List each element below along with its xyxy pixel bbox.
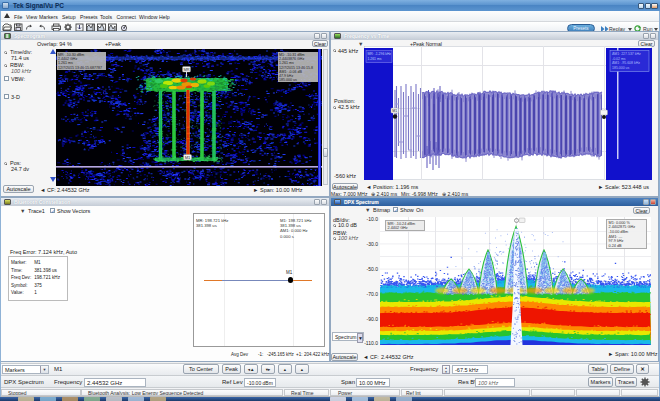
svg-text:ΔM1: -95.608 kHz: ΔM1: -95.608 kHz [612, 61, 640, 65]
svg-text:M1: M1 [392, 109, 397, 113]
svg-text:1.261 ms: 1.261 ms [368, 57, 382, 61]
svg-text:M1: M1 [185, 155, 191, 160]
svg-text:-0.02 ms: -0.02 ms [612, 57, 626, 61]
svg-text:185.000 us: 185.000 us [612, 66, 630, 70]
svg-text:ΔM1: 227.537 kHz: ΔM1: 227.537 kHz [612, 52, 641, 56]
svg-text:MR: -1.296 kHz: MR: -1.296 kHz [368, 52, 392, 56]
svg-text:MR: MR [183, 67, 189, 72]
